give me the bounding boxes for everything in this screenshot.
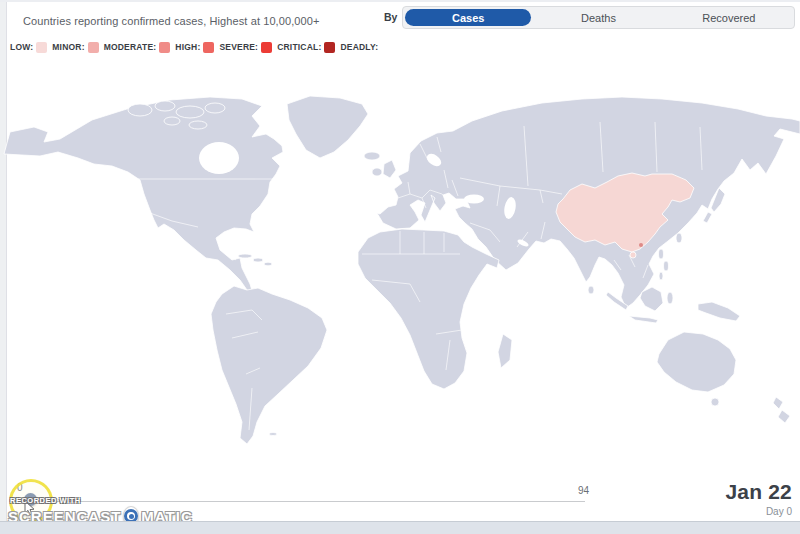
island-shape	[703, 212, 712, 223]
country-shape	[211, 286, 327, 444]
island-shape	[659, 249, 664, 259]
island-shape	[189, 121, 207, 129]
legend-label: CRITICAL:	[277, 42, 321, 52]
hotspot-hong-kong	[639, 243, 643, 247]
island-hainan	[630, 252, 636, 258]
legend-label: SEVERE:	[219, 42, 258, 52]
island-shape	[498, 334, 512, 368]
island-shape	[778, 410, 790, 423]
timeline-max-label: 94	[578, 485, 589, 496]
tab-recovered[interactable]: Recovered	[666, 9, 792, 26]
country-shape	[358, 229, 499, 389]
legend-label: LOW:	[10, 42, 33, 52]
legend-swatch-minor	[88, 42, 99, 53]
island-shape	[205, 103, 225, 113]
island-shape	[629, 316, 658, 323]
island-shape	[698, 302, 740, 321]
island-shape	[667, 292, 673, 304]
legend-item-severe: SEVERE:	[219, 42, 272, 53]
legend-label: MODERATE:	[104, 42, 157, 52]
island-shape	[164, 117, 180, 125]
island-shape	[364, 152, 380, 160]
island-shape	[773, 397, 783, 409]
island-shape	[711, 398, 719, 406]
country-shape	[287, 96, 368, 158]
bottom-strip	[0, 521, 800, 534]
island-shape	[372, 168, 382, 176]
island-shape	[155, 101, 175, 111]
tab-cases[interactable]: Cases	[405, 9, 531, 26]
legend-swatch-high	[203, 42, 214, 53]
island-shape	[269, 433, 277, 436]
country-shape	[4, 97, 283, 294]
legend-item-minor: MINOR:	[52, 42, 98, 53]
timeline-min-label: 0	[17, 482, 23, 493]
current-day: Day 0	[725, 506, 792, 517]
legend-swatch-severe	[261, 42, 272, 53]
legend-item-high: HIGH:	[175, 42, 214, 53]
island-shape	[664, 261, 669, 271]
current-date: Jan 22	[725, 480, 792, 504]
legend-swatch-low	[36, 42, 47, 53]
island-shape	[176, 106, 204, 118]
island-shape	[238, 254, 252, 258]
island-shape	[128, 104, 152, 116]
legend-label: DEADLY:	[340, 42, 378, 52]
island-shape	[659, 272, 663, 280]
legend-swatch-critical	[324, 42, 335, 53]
tab-deaths[interactable]: Deaths	[535, 9, 661, 26]
island-shape	[264, 262, 272, 266]
metric-tab-control: Cases Deaths Recovered	[402, 6, 795, 29]
world-map-canvas[interactable]	[0, 82, 800, 482]
legend-label: HIGH:	[175, 42, 200, 52]
page-title: Countries reporting confirmed cases, Hig…	[23, 15, 320, 27]
island-shape	[676, 233, 682, 243]
land-masses	[4, 96, 800, 444]
legend-label: MINOR:	[52, 42, 84, 52]
island-shape	[588, 286, 594, 294]
legend-item-low: LOW:	[10, 42, 47, 53]
watermark-recorded-with: RECORDED WITH	[10, 496, 168, 505]
by-label: By	[384, 11, 397, 23]
country-shape	[383, 160, 396, 178]
legend-item-moderate: MODERATE:	[104, 42, 171, 53]
covid-map-app: { "header": { "title": "Countries report…	[0, 0, 800, 534]
legend-swatch-moderate	[159, 42, 170, 53]
legend-item-deadly: DEADLY:	[340, 42, 378, 53]
date-display: Jan 22 Day 0	[725, 480, 792, 517]
country-shape	[657, 332, 736, 392]
severity-legend: LOW: MINOR: MODERATE: HIGH: SEVERE: CRIT…	[10, 40, 383, 54]
legend-item-critical: CRITICAL:	[277, 42, 335, 53]
island-shape	[253, 258, 263, 262]
